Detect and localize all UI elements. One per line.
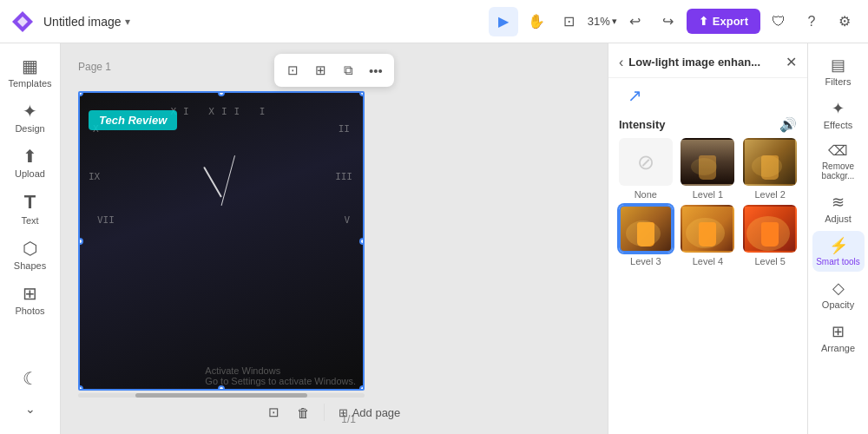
right-sidebar: ▤ Filters ✦ Effects ⌫ Remove backgr... ≋… [807, 43, 868, 434]
level2-cell[interactable]: Level 2 [741, 138, 799, 200]
zoom-value: 31% [588, 15, 610, 28]
bottom-separator [324, 404, 325, 421]
effects-icon: ✦ [832, 101, 845, 116]
sel-handle-tr[interactable] [359, 91, 365, 96]
trash-button[interactable]: 🗑 [291, 399, 317, 425]
panel-header: ‹ Low-light image enhan... ✕ [608, 43, 807, 78]
panel-levels-grid: ⊘ None Level 1 Level 2 [608, 138, 807, 275]
scrollbar-thumb [135, 393, 307, 398]
sel-handle-bl[interactable] [78, 385, 83, 391]
canvas-toolbar: ⊡ ⊞ ⧉ ••• [274, 54, 394, 87]
level2-label: Level 2 [754, 189, 785, 200]
removebg-icon: ⌫ [828, 144, 848, 158]
sidebar-item-arrange[interactable]: ⊞ Arrange [812, 317, 865, 358]
sidebar-item-photos[interactable]: ⊞ Photos [4, 278, 56, 321]
shield-button[interactable]: 🛡 [764, 7, 793, 36]
frame-tool-button[interactable]: ⊡ [555, 7, 584, 36]
sidebar-label-photos: Photos [15, 306, 44, 316]
photos-icon: ⊞ [23, 285, 37, 302]
shapes-icon: ⬡ [23, 240, 37, 257]
canvas-layout-button[interactable]: ⊞ [307, 57, 333, 83]
level3-cell[interactable]: Level 3 [617, 205, 674, 266]
sidebar-item-removebg[interactable]: ⌫ Remove backgr... [812, 137, 865, 186]
sidebar-label-templates: Templates [8, 78, 51, 89]
title-chevron-icon: ▾ [125, 16, 130, 28]
right-label-removebg: Remove backgr... [816, 161, 861, 181]
export-button[interactable]: ⬆ Export [687, 9, 760, 34]
lowlight-panel: ‹ Low-light image enhan... ✕ ↗ Intensity… [608, 43, 807, 434]
sidebar-item-filters[interactable]: ▤ Filters [812, 50, 865, 92]
arrange-icon: ⊞ [832, 324, 845, 339]
app-logo [9, 8, 36, 36]
sidebar-item-text[interactable]: T Text [4, 186, 56, 231]
design-icon: ✦ [23, 102, 37, 120]
sidebar-item-upload[interactable]: ⬆ Upload [4, 141, 56, 184]
help-button[interactable]: ? [797, 7, 826, 36]
left-sidebar: ▦ Templates ✦ Design ⬆ Upload T Text ⬡ S… [0, 43, 61, 434]
canvas-content[interactable]: XI XII I X II IX III VII V Tech Review Y… [78, 91, 365, 391]
level4-cell[interactable]: Level 4 [680, 205, 737, 266]
arrow-indicator: ↗ [619, 82, 797, 109]
sidebar-label-upload: Upload [15, 168, 45, 179]
level1-cell[interactable]: Level 1 [680, 138, 737, 200]
hand-tool-button[interactable]: ✋ [522, 7, 551, 36]
undo-button[interactable]: ↩ [621, 7, 650, 36]
sidebar-item-more[interactable]: ⌄ [4, 396, 56, 420]
right-label-effects: Effects [824, 120, 852, 130]
canvas-grid-button[interactable]: ⊡ [279, 57, 306, 83]
settings-button[interactable]: ⚙ [830, 7, 859, 36]
sidebar-label-shapes: Shapes [14, 260, 46, 271]
level3-label: Level 3 [630, 256, 661, 266]
level-none-cell[interactable]: ⊘ None [617, 138, 674, 200]
tech-review-badge: Tech Review [89, 110, 177, 130]
canvas-area: Page 1 ⊡ ⊞ ⧉ ••• XI XII I X II IX III VI… [61, 43, 608, 434]
level5-label: Level 5 [754, 256, 785, 266]
add-page-label: Add page [352, 406, 401, 419]
level1-label: Level 1 [693, 189, 723, 200]
sidebar-item-moon[interactable]: ☾ [4, 363, 56, 392]
sel-handle-mr[interactable] [359, 238, 365, 245]
level1-thumb [681, 138, 734, 186]
add-page-icon: ⊞ [339, 406, 348, 419]
templates-icon: ▦ [22, 57, 38, 75]
adjust-icon: ≋ [832, 194, 845, 210]
canvas-copy-button[interactable]: ⧉ [335, 57, 361, 83]
sel-handle-br[interactable] [359, 385, 365, 391]
level2-thumb [743, 138, 797, 186]
redo-button[interactable]: ↪ [654, 7, 683, 36]
document-title: Untitled image [43, 15, 122, 29]
select-tool-button[interactable]: ▶ [489, 7, 518, 36]
sidebar-item-design[interactable]: ✦ Design [4, 95, 56, 139]
page-label: Page 1 [78, 61, 111, 73]
right-label-adjust: Adjust [825, 214, 852, 224]
right-label-arrange: Arrange [821, 343, 855, 353]
main-area: ▦ Templates ✦ Design ⬆ Upload T Text ⬡ S… [0, 43, 868, 434]
sidebar-item-shapes[interactable]: ⬡ Shapes [4, 233, 56, 276]
smarttools-icon: ⚡ [829, 238, 848, 253]
delete-page-button[interactable]: ⊡ [261, 399, 287, 425]
sidebar-item-smarttools[interactable]: ⚡ Smart tools [812, 231, 865, 272]
sidebar-item-adjust[interactable]: ≋ Adjust [812, 187, 865, 229]
level5-cell[interactable]: Level 5 [741, 205, 799, 266]
sidebar-item-effects[interactable]: ✦ Effects [812, 94, 865, 135]
activate-windows-text: Activate Windows Go to Settings to activ… [205, 365, 356, 386]
sidebar-item-templates[interactable]: ▦ Templates [4, 50, 56, 94]
right-label-smarttools: Smart tools [816, 257, 860, 266]
add-page-button[interactable]: ⊞ Add page [332, 402, 408, 424]
upload-icon: ⬆ [23, 148, 37, 165]
topbar-tools: ▶ ✋ ⊡ 31% ▾ ↩ ↪ ⬆ Export 🛡 ? ⚙ [489, 7, 859, 36]
text-icon: T [24, 193, 36, 212]
panel-close-button[interactable]: ✕ [786, 54, 797, 70]
canvas-image: XI XII I X II IX III VII V Tech Review Y… [80, 93, 363, 389]
opacity-icon: ◇ [832, 280, 845, 296]
zoom-control[interactable]: 31% ▾ [588, 15, 617, 28]
document-title-area[interactable]: Untitled image ▾ [43, 15, 130, 29]
canvas-scrollbar[interactable] [78, 393, 365, 398]
intensity-icon: 🔊 [779, 116, 797, 133]
panel-back-button[interactable]: ‹ [619, 55, 623, 70]
sidebar-label-design: Design [15, 123, 44, 134]
sidebar-item-opacity[interactable]: ◇ Opacity [812, 273, 865, 315]
canvas-more-button[interactable]: ••• [363, 57, 389, 83]
bottom-toolbar: ⊡ 🗑 ⊞ Add page [61, 399, 608, 425]
right-label-opacity: Opacity [822, 299, 854, 310]
